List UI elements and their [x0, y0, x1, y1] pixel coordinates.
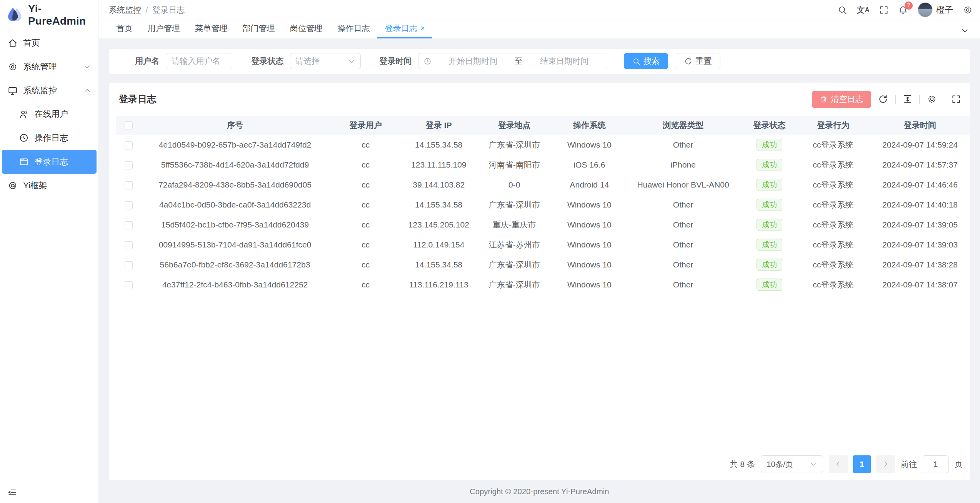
tab-home[interactable]: 首页 [109, 20, 140, 38]
sidebar-item-operation-log[interactable]: 操作日志 [0, 126, 98, 150]
cell-behavior: cc登录系统 [798, 175, 869, 195]
breadcrumb-parent[interactable]: 系统监控 [109, 5, 141, 15]
row-checkbox[interactable] [125, 221, 133, 229]
cell-location: 江苏省-苏州市 [475, 235, 554, 255]
page-size-select[interactable]: 10条/页 [761, 455, 823, 473]
column-header: 登录用户 [329, 116, 403, 135]
window-icon [19, 157, 29, 167]
breadcrumb-separator: / [146, 5, 148, 15]
tab-login-log[interactable]: 登录日志 × [377, 20, 432, 38]
clear-logs-button[interactable]: 清空日志 [812, 91, 872, 108]
row-select-cell [116, 155, 141, 175]
column-header: 登录状态 [741, 116, 797, 135]
status-tag: 成功 [757, 259, 782, 271]
prev-page-button[interactable] [829, 455, 848, 473]
search-icon[interactable] [837, 5, 847, 15]
row-checkbox[interactable] [125, 141, 133, 149]
cell-location: 重庆-重庆市 [475, 215, 554, 235]
row-checkbox[interactable] [125, 281, 133, 289]
translate-icon[interactable]: 文A [857, 6, 870, 14]
sidebar-item-home[interactable]: 首页 [0, 31, 98, 55]
sidebar-item-yi-framework[interactable]: Yi框架 [0, 174, 98, 198]
user-menu[interactable]: 橙子 [918, 2, 953, 17]
goto-page-input[interactable] [923, 455, 949, 473]
bell-icon[interactable]: 7 [898, 5, 908, 15]
menu-fold-icon[interactable] [8, 488, 17, 497]
cell-os: Windows 10 [554, 195, 625, 215]
cell-status: 成功 [741, 215, 797, 235]
end-date-input[interactable] [527, 56, 602, 66]
next-page-button[interactable] [876, 455, 895, 473]
log-table-body: 4e1d0549-b092-657b-aec7-3a14dd749fd2cc14… [116, 135, 970, 295]
date-range-separator: 至 [515, 56, 523, 66]
sidebar-item-system-monitor[interactable]: 系统监控 [0, 79, 98, 103]
username-input[interactable] [166, 53, 233, 69]
fullscreen-icon[interactable] [879, 5, 889, 15]
tab-operation-log[interactable]: 操作日志 [330, 20, 377, 38]
status-tag: 成功 [757, 279, 782, 291]
refresh-table-icon[interactable] [878, 94, 888, 104]
select-all-checkbox[interactable] [125, 121, 133, 129]
navbar: 系统监控 / 登录日志 文A 7 橙子 [99, 0, 980, 20]
tab-close-icon[interactable]: × [420, 24, 425, 33]
tab-menu-management[interactable]: 菜单管理 [187, 20, 235, 38]
settings-icon[interactable] [963, 5, 973, 15]
tab-user-management[interactable]: 用户管理 [140, 20, 187, 38]
chevron-down-icon [83, 63, 91, 71]
at-icon [8, 181, 18, 191]
tab-label: 操作日志 [337, 23, 370, 34]
row-checkbox[interactable] [125, 241, 133, 249]
sidebar-item-online-users[interactable]: 在线用户 [0, 103, 98, 126]
app-title: Yi-PureAdmin [28, 3, 92, 27]
row-checkbox[interactable] [125, 161, 133, 169]
tab-label: 岗位管理 [290, 23, 322, 34]
cell-os: Windows 10 [554, 215, 625, 235]
clock-icon [423, 57, 432, 65]
row-select-cell [116, 235, 141, 255]
login-time-range-picker[interactable]: 至 [418, 53, 607, 69]
cell-browser: Other [625, 135, 741, 155]
column-settings-icon[interactable] [927, 94, 937, 104]
cell-os: Windows 10 [554, 255, 625, 275]
table-toolbar: 清空日志 [812, 91, 962, 108]
table-row: 72afa294-8209-438e-8bb5-3a14dd690d05cc39… [116, 175, 970, 195]
cell-time: 2024-09-07 14:38:28 [869, 255, 970, 275]
sidebar-item-label: 登录日志 [34, 156, 68, 168]
sidebar-item-login-log[interactable]: 登录日志 [2, 150, 97, 174]
login-status-select[interactable]: 请选择 [290, 53, 361, 69]
cell-location: 0-0 [475, 175, 554, 195]
row-checkbox[interactable] [125, 201, 133, 209]
sidebar-item-label: 操作日志 [34, 132, 68, 144]
tabs-bar: 首页 用户管理 菜单管理 部门管理 岗位管理 操作日志 登录日志 × [99, 20, 980, 39]
navbar-actions: 文A 7 橙子 [837, 2, 972, 17]
cell-browser: Other [625, 275, 741, 295]
table-row: 5ff5536c-738b-4d14-620a-3a14dd72fdd9cc12… [116, 155, 970, 175]
clear-logs-label: 清空日志 [831, 94, 863, 105]
tabs-dropdown-chevron-icon[interactable] [956, 27, 974, 38]
cell-user: cc [329, 215, 403, 235]
page-number-button[interactable]: 1 [853, 455, 871, 473]
app-logo[interactable]: Yi-PureAdmin [0, 0, 98, 30]
tab-dept-management[interactable]: 部门管理 [235, 20, 282, 38]
chevron-down-icon [348, 58, 355, 65]
sidebar-item-system-management[interactable]: 系统管理 [0, 55, 98, 79]
logo-drop-icon [6, 5, 23, 25]
tab-post-management[interactable]: 岗位管理 [282, 20, 330, 38]
row-checkbox[interactable] [125, 181, 133, 189]
sidebar-item-label: 在线用户 [34, 108, 68, 120]
notification-badge: 7 [904, 1, 913, 10]
search-button[interactable]: 搜索 [624, 53, 668, 69]
login-log-card: 登录日志 清空日志 [109, 83, 970, 481]
row-select-cell [116, 135, 141, 155]
search-button-label: 搜索 [643, 56, 660, 66]
start-date-input[interactable] [435, 56, 511, 66]
column-header: 登录 IP [403, 116, 475, 135]
sidebar-item-label: 系统监控 [23, 85, 57, 96]
table-fullscreen-icon[interactable] [951, 94, 961, 104]
footer: Copyright © 2020-present Yi-PureAdmin [109, 480, 970, 503]
row-density-icon[interactable] [903, 94, 913, 104]
sidebar-menu: 首页 系统管理 系统监控 在线用户 操作日志 登录日志 [0, 30, 98, 503]
reset-button[interactable]: 重置 [676, 53, 720, 69]
row-checkbox[interactable] [125, 261, 133, 269]
table-row: 00914995-513b-7104-da91-3a14dd61fce0cc11… [116, 235, 970, 255]
